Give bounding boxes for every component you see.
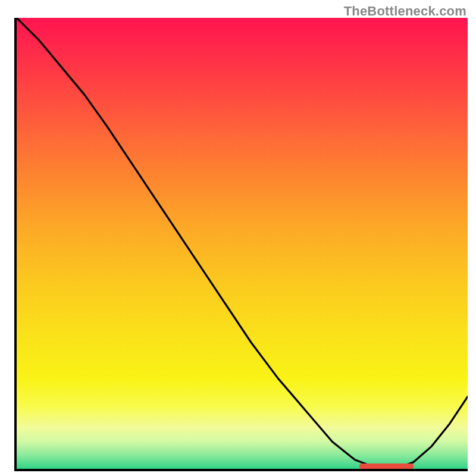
plot-area: [17, 18, 468, 469]
plot-frame: [14, 18, 468, 471]
x-axis-line: [14, 469, 468, 471]
watermark-text: TheBottleneck.com: [344, 4, 466, 19]
minimum-marker: [359, 464, 414, 469]
bottleneck-curve: [17, 18, 468, 468]
chart-stage: TheBottleneck.com: [0, 0, 476, 476]
curve-layer: [17, 18, 468, 469]
